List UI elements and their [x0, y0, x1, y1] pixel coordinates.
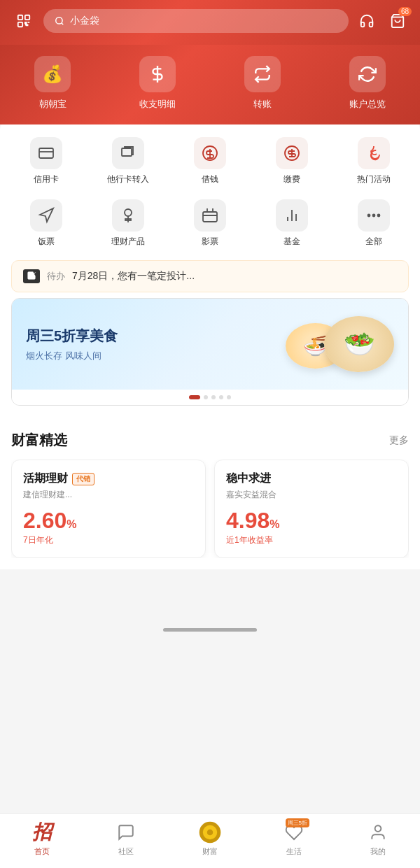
quick-action-income[interactable]: 收支明细 — [130, 56, 186, 111]
wealth-card-1-sub: 建信理财建... — [23, 489, 194, 501]
pay-fee-icon — [276, 137, 308, 169]
banner-title: 周三5折享美食 — [26, 327, 118, 346]
nav-life[interactable]: 周三5折 生活 — [273, 820, 315, 857]
home-icon: 招 — [29, 820, 55, 845]
movie-ticket-icon — [194, 199, 226, 232]
banner-card: 周三5折享美食 烟火长存 风味人间 🍜 🥗 — [12, 299, 408, 390]
menu-all[interactable]: 全部 — [332, 192, 414, 255]
nav-home[interactable]: 招 首页 — [21, 820, 63, 857]
menu-other-bank[interactable]: 他行卡转入 — [88, 130, 169, 192]
todo-banner[interactable]: 待办 7月28日，您有一笔定投计... — [11, 260, 409, 292]
search-placeholder: 小金袋 — [70, 15, 99, 27]
menu-movie-ticket[interactable]: 影票 — [169, 192, 251, 255]
svg-point-19 — [368, 215, 370, 217]
banner-dots — [12, 390, 408, 405]
nav-mine[interactable]: 我的 — [357, 820, 399, 857]
menu-grid-row2: 饭票 理财产品 影票 — [0, 192, 420, 255]
hot-activity-icon — [358, 137, 390, 169]
quick-action-chaochao[interactable]: 💰 朝朝宝 — [24, 56, 80, 111]
quick-actions: 💰 朝朝宝 收支明细 转账 — [0, 45, 420, 124]
banner-text: 周三5折享美食 烟火长存 风味人间 — [26, 327, 118, 362]
dot-3 — [211, 395, 216, 399]
dot-2 — [204, 395, 208, 399]
menu-loan[interactable]: 借钱 — [169, 130, 251, 192]
bottom-nav: 招 首页 社区 财富 周三5折 生活 — [0, 813, 420, 868]
svg-rect-1 — [25, 15, 29, 20]
life-badge: 周三5折 — [286, 818, 309, 827]
wealth-card-1-title: 活期理财 代销 — [23, 471, 194, 486]
wealth-cards: 活期理财 代销 建信理财建... 2.60% 7日年化 稳中求进 嘉实安益混合 … — [11, 460, 409, 558]
home-indicator — [163, 628, 257, 632]
transfer-icon — [244, 56, 281, 92]
svg-point-20 — [372, 215, 374, 217]
dot-1 — [189, 395, 200, 399]
wealth-card-2[interactable]: 稳中求进 嘉实安益混合 4.98% 近1年收益率 — [214, 460, 409, 558]
menu-grid-row1: 信用卡 他行卡转入 借钱 — [0, 130, 420, 192]
wealth-section: 财富精选 更多 活期理财 代销 建信理财建... 2.60% 7日年化 稳中求进… — [0, 420, 420, 569]
svg-point-24 — [207, 830, 214, 836]
all-icon — [358, 199, 390, 232]
cart-badge: 68 — [398, 7, 412, 16]
credit-card-icon — [30, 137, 62, 169]
scan-button[interactable] — [11, 8, 36, 34]
svg-rect-8 — [122, 148, 132, 156]
wealth-section-header: 财富精选 更多 — [11, 431, 409, 450]
menu-finance-product[interactable]: 理财产品 — [88, 192, 169, 255]
wealth-section-title: 财富精选 — [11, 431, 67, 450]
svg-rect-15 — [203, 212, 217, 222]
menu-fund[interactable]: 基金 — [251, 192, 332, 255]
svg-rect-6 — [39, 148, 53, 158]
nav-community[interactable]: 社区 — [105, 820, 147, 857]
svg-point-21 — [377, 215, 379, 217]
community-icon — [113, 820, 139, 845]
quick-action-transfer[interactable]: 转账 — [234, 56, 290, 111]
search-bar[interactable]: 小金袋 — [43, 9, 349, 33]
nav-wealth[interactable]: 财富 — [189, 820, 231, 857]
svg-rect-2 — [18, 22, 22, 27]
fund-icon — [276, 199, 308, 232]
chaochao-icon: 💰 — [34, 56, 71, 92]
wealth-card-2-title: 稳中求进 — [226, 471, 397, 486]
finance-product-icon — [112, 199, 144, 232]
menu-credit-card[interactable]: 信用卡 — [6, 130, 88, 192]
banner-food-image: 🍜 🥗 — [268, 313, 394, 376]
food-ticket-icon — [30, 199, 62, 232]
wealth-section-more[interactable]: 更多 — [389, 434, 409, 447]
cart-button[interactable]: 68 — [386, 10, 409, 32]
svg-point-3 — [56, 17, 62, 24]
mine-nav-icon — [365, 820, 391, 845]
menu-food-ticket[interactable]: 饭票 — [6, 192, 88, 255]
svg-point-25 — [375, 825, 382, 832]
dot-4 — [219, 395, 223, 399]
income-icon — [139, 56, 176, 92]
wealth-card-1-rate: 2.60% — [23, 509, 194, 532]
dot-5 — [227, 395, 231, 399]
account-icon — [349, 56, 386, 92]
wealth-card-2-rate: 4.98% — [226, 509, 397, 532]
headset-button[interactable] — [356, 10, 378, 32]
svg-point-13 — [125, 209, 132, 216]
banner-section[interactable]: 周三5折享美食 烟火长存 风味人间 🍜 🥗 — [11, 298, 409, 406]
food-plate-1: 🥗 — [324, 316, 394, 372]
todo-tag: 待办 — [47, 270, 65, 283]
loan-icon — [194, 137, 226, 169]
menu-pay-fee[interactable]: 缴费 — [251, 130, 332, 192]
wealth-card-1-rate-label: 7日年化 — [23, 534, 194, 546]
agency-tag: 代销 — [72, 473, 94, 485]
quick-action-account[interactable]: 账户总览 — [340, 56, 396, 111]
todo-icon — [23, 269, 40, 283]
wealth-card-2-rate-label: 近1年收益率 — [226, 534, 397, 546]
other-bank-icon — [112, 137, 144, 169]
banner-subtitle: 烟火长存 风味人间 — [26, 350, 118, 362]
menu-hot-activity[interactable]: 热门活动 — [332, 130, 414, 192]
todo-text: 7月28日，您有一笔定投计... — [72, 270, 195, 283]
life-nav-icon: 周三5折 — [281, 820, 307, 845]
wealth-card-2-sub: 嘉实安益混合 — [226, 489, 397, 501]
wealth-nav-icon — [197, 820, 223, 845]
svg-rect-0 — [18, 15, 22, 20]
wealth-card-1[interactable]: 活期理财 代销 建信理财建... 2.60% 7日年化 — [11, 460, 206, 558]
